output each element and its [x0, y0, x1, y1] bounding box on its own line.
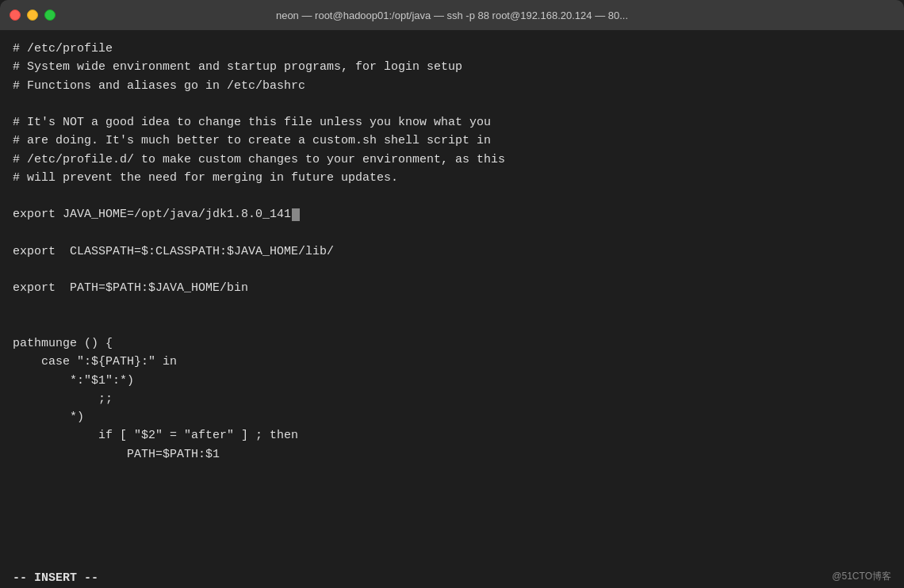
- title-bar-title: neon — root@hadoop01:/opt/java — ssh -p …: [276, 10, 628, 21]
- maximize-button[interactable]: [44, 10, 56, 21]
- watermark: @51CTO博客: [832, 570, 891, 583]
- terminal-content: # /etc/profile # System wide environment…: [13, 40, 891, 464]
- cursor: [292, 208, 300, 222]
- close-button[interactable]: [10, 10, 21, 21]
- insert-mode-label: -- INSERT --: [13, 571, 98, 585]
- line-1: # /etc/profile # System wide environment…: [13, 42, 505, 461]
- terminal-body: # /etc/profile # System wide environment…: [0, 30, 904, 588]
- title-bar: neon — root@hadoop01:/opt/java — ssh -p …: [0, 0, 904, 30]
- traffic-lights: [10, 10, 56, 21]
- status-bar: -- INSERT --: [0, 568, 904, 588]
- minimize-button[interactable]: [27, 10, 38, 21]
